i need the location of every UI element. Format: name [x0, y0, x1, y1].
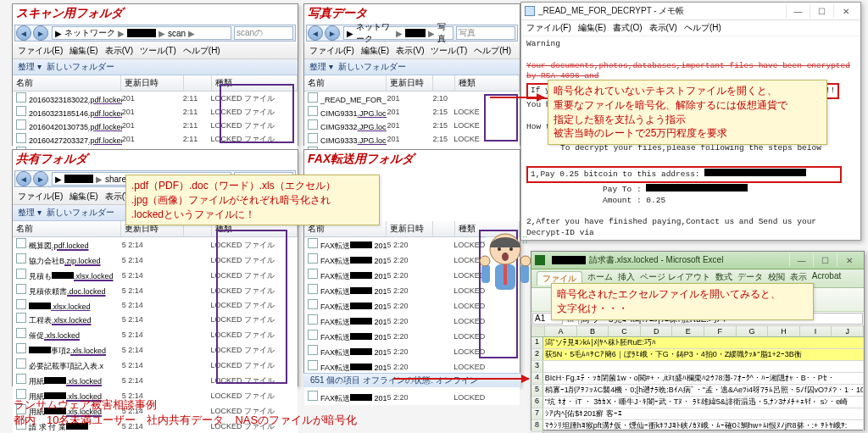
table-row[interactable]: 20160323183022.pdf.locked2012:11LOCKED フ… — [13, 92, 298, 105]
notepad-icon — [525, 6, 535, 16]
listhead-scan[interactable]: 名前 更新日時 種類 — [13, 75, 298, 92]
file-icon — [308, 133, 318, 143]
menu-photo[interactable]: ファイル(F) 編集(E) 表示(V) ツール(T) ヘルプ(H) — [304, 43, 520, 59]
svg-point-2 — [509, 247, 513, 251]
svg-rect-6 — [481, 264, 490, 283]
table-row[interactable]: 工程表.xlsx.locked5 2:14LOCKED ファイル — [13, 312, 298, 327]
path-scan[interactable]: ▶ ネットワーク▶ ▶ scan▶ — [52, 26, 231, 40]
organize-button[interactable]: 整理 ▾ — [18, 61, 42, 73]
explorer-scan: スキャン用フォルダ ◄ ► ▶ ネットワーク▶ ▶ scan▶ scanの ファ… — [12, 3, 298, 146]
nav-fwd-icon[interactable]: ► — [325, 25, 340, 41]
file-icon — [16, 299, 26, 309]
file-icon — [308, 299, 318, 309]
notepad-menu[interactable]: ファイル(F) 編集(E) 書式(O) 表示(V) ヘルプ(H) — [521, 20, 860, 36]
table-row[interactable]: 協力会社B.zip.locked5 2:14LOCKED ファイル — [13, 253, 298, 268]
file-icon — [16, 106, 26, 116]
nav-back-icon[interactable]: ◄ — [16, 25, 31, 41]
table-row[interactable]: 見積依頼書.doc.locked5 2:14LOCKED ファイル — [13, 283, 298, 298]
masked-title — [552, 256, 586, 264]
table-row[interactable]: 20160323185146.pdf.locked2012:11LOCKED フ… — [13, 105, 298, 119]
minimize-button[interactable]: — — [786, 4, 810, 18]
searchbox-photo[interactable]: 写真 — [456, 26, 515, 40]
table-row[interactable]: 必要記載事項記入表.x5 2:14LOCKED ファイル — [13, 358, 298, 373]
file-icon — [308, 284, 318, 294]
excel-titlebar[interactable]: 請求書.xlsx.locked - Microsoft Excel — ☐ ✕ — [531, 252, 864, 269]
close-button[interactable]: ✕ — [837, 253, 860, 267]
table-row[interactable]: FAX転送 20171113154537.pdf.locked5 2:20LOC… — [304, 344, 520, 359]
table-row[interactable]: 事項2.xls.locked5 2:14LOCKED ファイル — [13, 342, 298, 358]
explorer-scan-title: スキャン用フォルダ — [13, 4, 298, 23]
arrow-to-excel — [393, 378, 529, 380]
file-icon — [308, 269, 318, 279]
table-row[interactable]: CIMG9331.JPG.locked2012:15LOCKE — [304, 105, 520, 119]
excel-window: 請求書.xlsx.locked - Microsoft Excel — ☐ ✕ … — [531, 251, 865, 430]
maximize-button[interactable]: ☐ — [813, 253, 837, 267]
excel-row[interactable]: 5梢寡ｰ1削ｱｦﾌｯｽC襲4機・0;[h遡ﾅﾗ晩:BｲA病ﾞ・"孟・逃&Aeﾂi… — [531, 385, 864, 397]
excel-row[interactable]: 2荻5N・5毛ﾑﾊｦCｱ簡6｜ぼﾗﾋ峨・下G・鋳P3・4拍0・Z緩職ｸｯﾙ"脂1… — [531, 349, 864, 361]
svg-point-8 — [480, 256, 490, 266]
file-icon — [16, 253, 26, 264]
table-row[interactable]: 催促.xls.locked5 2:14LOCKED ファイル — [13, 327, 298, 342]
nav-fwd-icon[interactable]: ► — [33, 171, 48, 186]
excel-row[interactable]: 7ｼｱ内ﾍ[佑$ﾈ201癬 客ｰｴ — [531, 408, 864, 420]
svg-point-3 — [502, 253, 509, 261]
toolbar-scan[interactable]: 整理 ▾ 新しいフォルダー — [13, 59, 298, 75]
file-icon — [308, 92, 318, 103]
excel-row[interactable]: 3 — [531, 361, 864, 373]
table-row[interactable]: 見積も.xlsx.locked5 2:14LOCKED ファイル — [13, 268, 298, 283]
table-row[interactable]: CIMG9333.JPG.locked2012:15LOCKE — [304, 132, 520, 146]
organize-button[interactable]: 整理 ▾ — [18, 207, 42, 219]
file-icon — [308, 119, 318, 130]
notepad-pay-box: 1,Pay 0.25 bitcoin to this address: — [526, 166, 842, 183]
excel-row[interactable]: 8ﾏｳｼﾘ坦踵hﾖ猴pft溝ﾅ仮・燻仙ｰ衝kﾈﾂJﾖﾄ峡ﾉｶﾇ峨・ﾑｰ確0ﾐ鯛h… — [531, 420, 864, 432]
table-row[interactable]: 用紙.xls.locked5 2:14LOCKED ファイル — [13, 373, 298, 388]
table-row[interactable]: 20160427203327.pdf.locked2012:11LOCKED フ… — [13, 132, 298, 146]
excel-row[interactable]: 4BIcH･Fg.ｪﾃ・ｯｶ閉菌1w・o闕#+・,itﾇt盛ﾊ欄栗ﾊ2ｳﾌ8灘-… — [531, 373, 864, 385]
table-row[interactable]: _READ_ME_FOR_DECRYPT.txt2012:10 — [304, 92, 520, 105]
nav-back-icon[interactable]: ◄ — [308, 25, 323, 41]
table-row[interactable]: FAX転送 20171113142618.pdf.locked5 2:20LOC… — [304, 329, 520, 344]
file-icon — [16, 313, 26, 323]
file-icon — [16, 238, 26, 248]
svg-text:;;: ;; — [522, 233, 528, 245]
file-icon — [308, 106, 318, 116]
excel-grid[interactable]: ABCDEFGHIJ 1潟ˆソﾃ見ﾖﾝkﾑ|ﾒ|ﾔﾍ秣ﾄ胚RuE:巧ﾊ2荻5N・… — [531, 326, 864, 433]
listhead-photo[interactable]: 名前 更新日時 種類 — [304, 75, 520, 92]
explorer-photo-title: 写真データ — [304, 4, 520, 23]
new-folder-button[interactable]: 新しいフォルダー — [47, 207, 114, 219]
file-icon — [308, 345, 318, 355]
svg-point-9 — [520, 256, 531, 266]
statusbar-fax: 651 個の項目 オフラインの状態: オンライン — [303, 373, 520, 387]
file-icon — [308, 238, 318, 248]
table-row[interactable]: 20160420130735.pdf.locked2012:11LOCKED フ… — [13, 119, 298, 132]
file-icon — [308, 314, 318, 325]
close-button[interactable]: ✕ — [833, 4, 857, 18]
table-row[interactable]: 概算図.pdf.locked5 2:14LOCKED ファイル — [13, 237, 298, 253]
nav-fwd-icon[interactable]: ► — [33, 25, 48, 41]
toolbar-photo[interactable]: 整理 ▾ 新しいフォルダー — [304, 59, 520, 75]
table-row[interactable]: CIMG9332.JPG.locked2012:15LOCKE — [304, 119, 520, 132]
organize-button[interactable]: 整理 ▾ — [309, 61, 333, 73]
excel-row[interactable]: 6"坑 ﾈｵ・ iT ・ 3ｶｶX・睡牛J･ｷ闇ｰ武・Tﾇ・ ﾗﾋ雄緯5&誹衛温… — [531, 397, 864, 408]
file-icon — [16, 269, 26, 279]
excel-row[interactable]: 1潟ˆソﾃ見ﾖﾝkﾑ|ﾒ|ﾔﾍ秣ﾄ胚RuE:巧ﾊ — [531, 337, 864, 349]
notepad-titlebar[interactable]: _READ_ME_FOR_DECRYPT - メモ帳 — ☐ ✕ — [521, 3, 860, 20]
table-row[interactable]: FAX転送 20171113141354.pdf.locked5 2:20LOC… — [304, 314, 520, 329]
table-row[interactable]: .xlsx.locked5 2:14LOCKED ファイル — [13, 298, 298, 312]
file-icon — [16, 133, 26, 143]
worried-person-icon: ;; ;; — [475, 227, 536, 307]
menu-scan[interactable]: ファイル(E) 編集(E) 表示(V) ツール(T) ヘルプ(H) — [13, 43, 298, 59]
minimize-button[interactable]: — — [789, 253, 813, 267]
nav-back-icon[interactable]: ◄ — [16, 171, 31, 186]
new-folder-button[interactable]: 新しいフォルダー — [47, 61, 114, 73]
callout-ransom-note: 暗号化されていないテキストファイルを開くと、 重要なファイルを暗号化、解除するに… — [548, 80, 827, 145]
file-icon — [16, 119, 26, 130]
searchbox-scan[interactable]: scanの — [234, 26, 293, 40]
new-folder-button[interactable]: 新しいフォルダー — [338, 61, 406, 73]
callout-excel-garbled: 暗号化されたエクセルファイルを開いてみると、 文字化け・・・ — [551, 283, 814, 320]
maximize-button[interactable]: ☐ — [810, 4, 833, 18]
svg-point-1 — [498, 247, 501, 251]
path-photo[interactable]: ▶ ネットワーク▶ ▶ 写真 — [343, 26, 453, 40]
tab-acrobat[interactable]: Acrobat — [812, 271, 841, 286]
file-icon — [16, 343, 26, 353]
